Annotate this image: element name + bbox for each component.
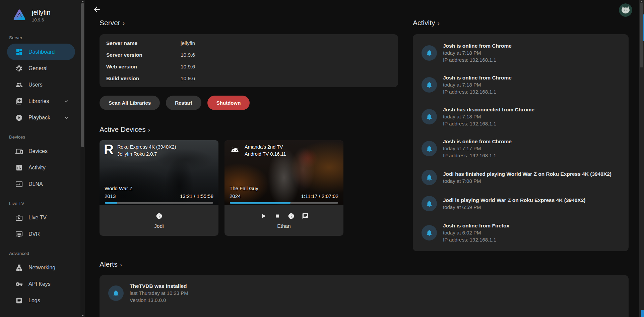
info-icon[interactable]	[156, 213, 163, 219]
device-card-header: Amanda's 2nd TV Android TV 0.16.11	[229, 144, 340, 158]
bell-icon	[422, 109, 437, 124]
alerts-heading[interactable]: Alerts ›	[100, 260, 629, 268]
sidebar-section-devices: Devices	[0, 135, 80, 140]
library-add-icon	[15, 98, 23, 105]
page-scrollbar[interactable]	[639, 0, 644, 317]
device-name: Roku Express 4K (3940X2)	[117, 144, 176, 151]
activity-entry-title: Josh is online from Chrome	[443, 74, 512, 81]
media-title: The Fall Guy	[230, 185, 258, 193]
back-button[interactable]	[92, 5, 102, 14]
devices-icon	[15, 148, 23, 155]
sidebar-scrollbar[interactable]	[80, 0, 85, 317]
media-year: 2024	[230, 193, 258, 200]
device-card-roku[interactable]: R Roku Express 4K (3940X2) Jellyfin Roku…	[100, 140, 218, 236]
device-card-android-tv[interactable]: Amanda's 2nd TV Android TV 0.16.11 The F…	[224, 140, 343, 236]
movie-backdrop-world-war-z: R Roku Express 4K (3940X2) Jellyfin Roku…	[100, 140, 218, 205]
alert-entry: AniDB was installed	[100, 310, 629, 317]
activity-entry-ip: IP address: 192.168.1.1	[443, 120, 534, 127]
activity-chart-icon	[15, 164, 23, 171]
playback-progress-fill	[105, 202, 117, 204]
activity-card: Josh is online from Chrome today at 7:18…	[413, 34, 629, 251]
playback-time: 1:11:17 / 2:07:02	[301, 193, 338, 200]
scrollbar-down-button[interactable]	[81, 315, 84, 316]
activity-entry-time: today at 7:08 PM	[443, 177, 611, 184]
activity-heading[interactable]: Activity ›	[413, 19, 629, 27]
activity-entry-time: today at 7:18 PM	[443, 81, 512, 88]
device-card-controls: Ethan	[224, 205, 343, 236]
activity-entry-title: Josh is online from Firefox	[443, 222, 509, 229]
dashboard-icon	[15, 48, 23, 56]
activity-entry-title: Jodi has finished playing World War Z on…	[443, 170, 611, 177]
sidebar-item-activity[interactable]: Activity	[7, 159, 75, 176]
server-info-card: Server name jellyfin Server version 10.9…	[100, 34, 398, 87]
activity-entry: Jodi has finished playing World War Z on…	[413, 164, 629, 191]
activity-section: Activity › Josh is online from Chrome to…	[413, 19, 629, 251]
server-version-row: Server version 10.9.6	[106, 49, 391, 61]
jellyfin-logo-icon	[13, 9, 26, 22]
activity-entry-time: today at 6:02 PM	[443, 229, 509, 236]
bell-icon	[422, 141, 437, 156]
active-devices-heading[interactable]: Active Devices ›	[100, 125, 398, 134]
stop-icon[interactable]	[274, 213, 280, 219]
chevron-right-icon: ›	[120, 260, 122, 268]
sidebar-item-logs[interactable]: Logs	[7, 292, 75, 309]
app-name: jellyfin	[32, 9, 51, 16]
sidebar-item-api-keys[interactable]: API Keys	[7, 276, 75, 292]
jellyfin-dashboard: jellyfin 10.9.6 Server Dashboard General…	[0, 0, 644, 317]
activity-entry: Josh has disconnected from Chrome today …	[413, 101, 629, 133]
bell-icon	[422, 77, 437, 93]
sidebar-item-live-tv[interactable]: Live TV	[7, 209, 75, 226]
build-version-row: Build version 10.9.6	[106, 72, 391, 84]
scrollbar-up-button[interactable]	[81, 1, 84, 2]
sidebar-item-dashboard[interactable]: Dashboard	[7, 44, 75, 60]
scan-all-libraries-button[interactable]: Scan All Libraries	[100, 96, 160, 110]
server-section-heading[interactable]: Server ›	[100, 19, 398, 27]
playback-progress-bar	[230, 202, 338, 204]
activity-entry-ip: IP address: 192.168.1.1	[443, 56, 512, 63]
sidebar-item-general[interactable]: General	[7, 60, 75, 76]
alert-entry: TheTVDB was installed last Thursday at 1…	[100, 276, 629, 310]
user-avatar[interactable]	[619, 3, 632, 17]
sidebar-item-playback[interactable]: Playback	[7, 109, 75, 126]
shutdown-button[interactable]: Shutdown	[207, 96, 250, 110]
input-icon	[15, 180, 23, 188]
app-version: 10.9.6	[32, 17, 51, 22]
activity-entry-title: Josh is online from Chrome	[443, 42, 512, 49]
activity-entry-title: Josh is online from Chrome	[443, 138, 512, 145]
sidebar-item-dlna[interactable]: DLNA	[7, 176, 75, 192]
activity-entry-time: today at 7:18 PM	[443, 49, 512, 56]
bell-icon	[422, 196, 437, 211]
sidebar-section-livetv: Live TV	[0, 201, 80, 206]
chevron-down-icon[interactable]	[63, 98, 70, 105]
sidebar-item-libraries[interactable]: Libraries	[7, 93, 75, 109]
message-icon[interactable]	[302, 213, 309, 219]
now-playing-info: The Fall Guy 2024 1:11:17 / 2:07:02	[230, 185, 338, 200]
play-icon[interactable]	[260, 212, 267, 220]
sidebar-item-users[interactable]: Users	[7, 76, 75, 93]
info-icon[interactable]	[288, 213, 295, 219]
active-devices-row: R Roku Express 4K (3940X2) Jellyfin Roku…	[100, 140, 398, 236]
server-section-title: Server	[100, 19, 120, 27]
web-version-row: Web version 10.9.6	[106, 61, 391, 72]
bell-icon	[422, 170, 437, 185]
chevron-down-icon[interactable]	[63, 114, 70, 121]
sidebar-item-devices[interactable]: Devices	[7, 143, 75, 159]
client-version: Jellyfin Roku 2.0.7	[117, 151, 176, 158]
alerts-card: TheTVDB was installed last Thursday at 1…	[100, 275, 629, 317]
sidebar-item-dvr[interactable]: DVR	[7, 226, 75, 242]
playback-time: 13:21 / 1:55:58	[180, 193, 213, 200]
activity-entry: Josh is online from Firefox today at 6:0…	[413, 217, 629, 249]
activity-entry-title: Josh has disconnected from Chrome	[443, 106, 534, 113]
now-playing-info: World War Z 2013 13:21 / 1:55:58	[105, 185, 213, 200]
activity-entry-ip: IP address: 192.168.1.1	[443, 236, 509, 243]
sidebar-scrollbar-thumb[interactable]	[81, 3, 84, 147]
sidebar-item-networking[interactable]: Networking	[7, 259, 75, 276]
restart-button[interactable]: Restart	[166, 96, 201, 110]
android-logo	[229, 144, 241, 154]
activity-entry-time: today at 7:18 PM	[443, 113, 534, 120]
device-name: Amanda's 2nd TV	[245, 144, 286, 151]
scrollbar-up-button[interactable]	[640, 1, 643, 2]
chevron-right-icon: ›	[148, 125, 150, 134]
dvr-icon	[15, 230, 23, 238]
session-user: Jodi	[154, 223, 164, 229]
